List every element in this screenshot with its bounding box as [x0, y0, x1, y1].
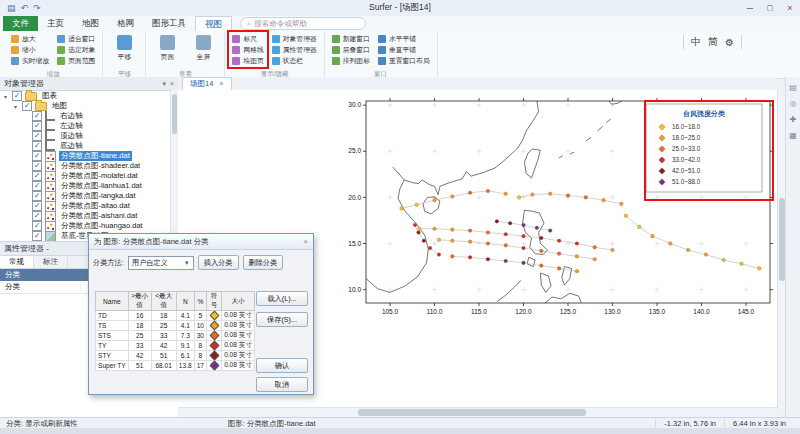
ribbon-button[interactable]: 网格线	[230, 44, 265, 55]
class-cell[interactable]: 7.3	[176, 331, 194, 341]
class-size-cell[interactable]: 0.08 英寸	[222, 361, 255, 371]
delete-class-button[interactable]: 删除分类	[243, 255, 284, 270]
class-cell[interactable]: 4.1	[176, 321, 194, 331]
class-cell[interactable]: TD	[96, 311, 129, 321]
class-cell[interactable]: 42	[128, 351, 151, 361]
tree-item-label[interactable]: 顶边轴	[58, 131, 85, 141]
panel-close-icon[interactable]: ×	[170, 80, 174, 88]
visibility-checkbox[interactable]: ✓	[32, 181, 42, 191]
visibility-checkbox[interactable]: ✓	[32, 211, 42, 221]
tree-item[interactable]: ✓分类散点图-molafei.dat	[0, 171, 178, 181]
class-cell[interactable]: 17	[194, 361, 206, 371]
class-cell[interactable]: 18	[128, 321, 151, 331]
visibility-checkbox[interactable]: ✓	[12, 91, 22, 101]
class-symbol-cell[interactable]	[207, 331, 222, 341]
tree-item[interactable]: ✓分类散点图-aishani.dat	[0, 211, 178, 221]
cancel-button[interactable]: 取消	[256, 377, 308, 392]
class-symbol-cell[interactable]	[207, 311, 222, 321]
class-table-row[interactable]: STY42516.180.08 英寸	[96, 351, 255, 361]
class-symbol-cell[interactable]	[207, 341, 222, 351]
class-table-row[interactable]: TD16184.150.08 英寸	[96, 311, 255, 321]
tree-item-label[interactable]: 分类散点图-lianhua1.dat	[59, 181, 144, 191]
class-cell[interactable]: 9.1	[176, 341, 194, 351]
tree-item-label[interactable]: 底边轴	[58, 141, 85, 151]
class-size-cell[interactable]: 0.08 英寸	[222, 311, 255, 321]
class-symbol-cell[interactable]	[207, 351, 222, 361]
ribbon-button[interactable]: 平移	[108, 33, 140, 62]
ribbon-button[interactable]: 水平平铺	[376, 33, 432, 44]
ribbon-button[interactable]: 页面	[151, 33, 183, 62]
scroll-thumb[interactable]	[358, 409, 586, 416]
tree-item[interactable]: ✓分类散点图-huangao.dat	[0, 221, 178, 231]
visibility-checkbox[interactable]: ✓	[32, 161, 42, 171]
ribbon-button[interactable]: 放大	[9, 33, 51, 44]
class-cell[interactable]: 16	[128, 311, 151, 321]
tree-item-label[interactable]: 分类散点图-tiane.dat	[59, 151, 132, 161]
ribbon-button[interactable]: 排列图标	[330, 55, 372, 66]
load-button[interactable]: 载入(L)...	[256, 291, 308, 306]
visibility-checkbox[interactable]: ✓	[32, 151, 42, 161]
scroll-thumb[interactable]	[172, 94, 177, 134]
class-size-cell[interactable]: 0.08 英寸	[222, 351, 255, 361]
language-toggle[interactable]: 中	[691, 35, 701, 49]
ribbon-button[interactable]: 适合窗口	[55, 33, 97, 44]
menu-tab-地图[interactable]: 地图	[73, 16, 108, 31]
ribbon-button[interactable]: 对象管理器	[270, 33, 319, 44]
class-size-cell[interactable]: 0.08 英寸	[222, 331, 255, 341]
class-size-cell[interactable]: 0.08 英寸	[222, 321, 255, 331]
document-tab[interactable]: 场图14 ×	[182, 77, 232, 90]
dialog-title-bar[interactable]: 为 图形: 分类散点图-tiane.dat 分类 ×	[89, 234, 313, 250]
visibility-checkbox[interactable]: ✓	[32, 141, 42, 151]
visibility-checkbox[interactable]: ✓	[32, 191, 42, 201]
save-icon[interactable]: ▤	[7, 3, 16, 13]
tree-item[interactable]: ✓分类散点图-aitao.dat	[0, 201, 178, 211]
search-input[interactable]: ⌕ 搜索命令或帮助	[240, 17, 366, 30]
menu-tab-文件[interactable]: 文件	[3, 16, 38, 31]
class-cell[interactable]: 30	[194, 331, 206, 341]
class-table-row[interactable]: TS18254.1100.08 英寸	[96, 321, 255, 331]
tree-item-label[interactable]: 地图	[50, 101, 69, 111]
insert-class-button[interactable]: 插入分类	[198, 255, 239, 270]
ribbon-button[interactable]: 绘图页	[230, 55, 265, 66]
class-cell[interactable]: 6.1	[176, 351, 194, 361]
class-cell[interactable]: 25	[151, 321, 176, 331]
class-symbol-cell[interactable]	[207, 361, 222, 371]
save-button[interactable]: 保存(S)...	[256, 312, 308, 327]
ribbon-button[interactable]: 新建窗口	[330, 33, 372, 44]
tree-item[interactable]: ✓分类散点图-tiane.dat	[0, 151, 178, 161]
grid-icon[interactable]: ▦	[789, 131, 797, 140]
visibility-checkbox[interactable]: ✓	[32, 131, 42, 141]
property-tab-标注[interactable]: 标注	[34, 256, 68, 268]
tree-item-label[interactable]: 分类散点图-aitao.dat	[59, 201, 132, 211]
visibility-checkbox[interactable]: ✓	[32, 231, 42, 241]
undo-icon[interactable]: ↶	[21, 3, 29, 13]
visibility-checkbox[interactable]: ✓	[32, 121, 42, 131]
ribbon-button[interactable]: 层叠窗口	[330, 44, 372, 55]
tree-item-label[interactable]: 左边轴	[58, 121, 85, 131]
expander-icon[interactable]: ▾	[2, 93, 9, 100]
class-table[interactable]: Name>最小值<最大值N%符号大小 TD16184.150.08 英寸TS18…	[95, 291, 255, 371]
panel-menu-icon[interactable]: ▾	[162, 80, 166, 88]
tab-close-icon[interactable]: ×	[219, 78, 223, 90]
class-table-row[interactable]: TY33429.180.08 英寸	[96, 341, 255, 351]
class-cell[interactable]: 13.8	[176, 361, 194, 371]
class-cell[interactable]: STY	[96, 351, 129, 361]
tree-item-label[interactable]: 分类散点图-molafei.dat	[59, 171, 140, 181]
charset-toggle[interactable]: 简	[708, 35, 718, 49]
ribbon-button[interactable]: 标尺	[230, 33, 265, 44]
class-cell[interactable]: Super TY	[96, 361, 129, 371]
class-cell[interactable]: 8	[194, 341, 206, 351]
maximize-button[interactable]: □	[760, 1, 780, 16]
visibility-checkbox[interactable]: ✓	[32, 201, 42, 211]
redo-icon[interactable]: ↷	[33, 3, 41, 13]
visibility-checkbox[interactable]: ✓	[32, 111, 42, 121]
class-cell[interactable]: 4.1	[176, 311, 194, 321]
class-cell[interactable]: 18	[151, 311, 176, 321]
ribbon-button[interactable]: 重置窗口布局	[376, 55, 432, 66]
ribbon-button[interactable]: 页面范围	[55, 55, 97, 66]
class-cell[interactable]: 10	[194, 321, 206, 331]
tree-item[interactable]: ▾✓地图	[0, 101, 178, 111]
ribbon-button[interactable]: 实时缩放	[9, 55, 51, 66]
visibility-checkbox[interactable]: ✓	[32, 171, 42, 181]
add-icon[interactable]: ✚	[790, 115, 797, 124]
